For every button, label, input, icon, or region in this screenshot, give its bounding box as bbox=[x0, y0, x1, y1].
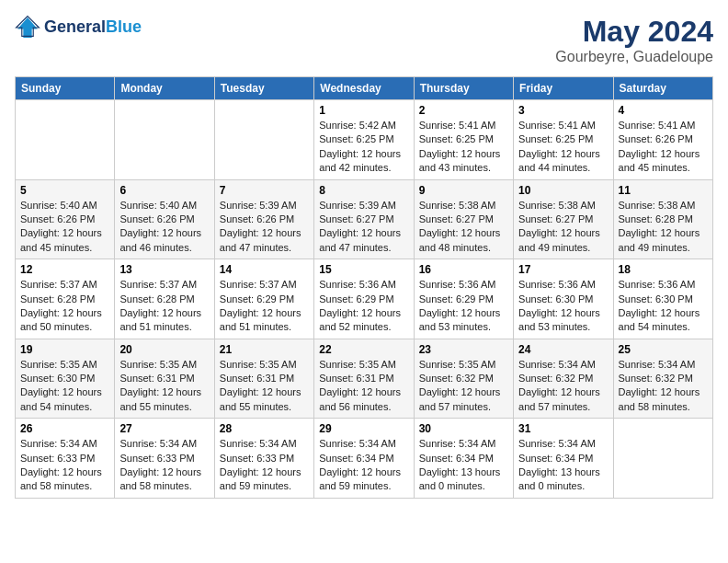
page-header: GeneralBlue May 2024 Gourbeyre, Guadelou… bbox=[15, 15, 713, 65]
day-info: Sunrise: 5:41 AM Sunset: 6:25 PM Dayligh… bbox=[518, 119, 608, 176]
day-number: 2 bbox=[419, 104, 508, 117]
day-info: Sunrise: 5:41 AM Sunset: 6:25 PM Dayligh… bbox=[419, 119, 508, 176]
day-info: Sunrise: 5:37 AM Sunset: 6:28 PM Dayligh… bbox=[20, 278, 109, 335]
day-number: 22 bbox=[319, 343, 408, 356]
calendar-cell: 25Sunrise: 5:34 AM Sunset: 6:32 PM Dayli… bbox=[613, 339, 712, 419]
day-number: 16 bbox=[419, 263, 508, 276]
calendar-cell: 14Sunrise: 5:37 AM Sunset: 6:29 PM Dayli… bbox=[214, 259, 313, 339]
calendar-cell: 3Sunrise: 5:41 AM Sunset: 6:25 PM Daylig… bbox=[514, 100, 613, 180]
calendar-cell: 19Sunrise: 5:35 AM Sunset: 6:30 PM Dayli… bbox=[16, 339, 115, 419]
week-row-4: 19Sunrise: 5:35 AM Sunset: 6:30 PM Dayli… bbox=[16, 339, 713, 419]
day-info: Sunrise: 5:40 AM Sunset: 6:26 PM Dayligh… bbox=[119, 199, 209, 256]
day-info: Sunrise: 5:36 AM Sunset: 6:30 PM Dayligh… bbox=[619, 278, 708, 335]
calendar-cell bbox=[214, 100, 313, 180]
day-info: Sunrise: 5:40 AM Sunset: 6:26 PM Dayligh… bbox=[20, 199, 109, 256]
logo: GeneralBlue bbox=[15, 15, 142, 40]
calendar-cell: 31Sunrise: 5:34 AM Sunset: 6:34 PM Dayli… bbox=[514, 419, 613, 499]
day-info: Sunrise: 5:35 AM Sunset: 6:31 PM Dayligh… bbox=[119, 358, 209, 415]
day-number: 7 bbox=[220, 184, 309, 197]
day-info: Sunrise: 5:37 AM Sunset: 6:28 PM Dayligh… bbox=[119, 278, 209, 335]
day-info: Sunrise: 5:34 AM Sunset: 6:33 PM Dayligh… bbox=[119, 437, 209, 494]
day-number: 31 bbox=[518, 422, 608, 435]
calendar-cell bbox=[115, 100, 214, 180]
calendar-cell: 20Sunrise: 5:35 AM Sunset: 6:31 PM Dayli… bbox=[115, 339, 214, 419]
calendar-cell bbox=[16, 100, 115, 180]
day-number: 12 bbox=[20, 263, 109, 276]
day-number: 29 bbox=[319, 422, 408, 435]
day-number: 13 bbox=[119, 263, 209, 276]
day-info: Sunrise: 5:38 AM Sunset: 6:27 PM Dayligh… bbox=[518, 199, 608, 256]
day-number: 24 bbox=[518, 343, 608, 356]
calendar-cell: 8Sunrise: 5:39 AM Sunset: 6:27 PM Daylig… bbox=[314, 179, 414, 259]
day-info: Sunrise: 5:36 AM Sunset: 6:30 PM Dayligh… bbox=[518, 278, 608, 335]
calendar-cell: 29Sunrise: 5:34 AM Sunset: 6:34 PM Dayli… bbox=[314, 419, 414, 499]
calendar-cell: 21Sunrise: 5:35 AM Sunset: 6:31 PM Dayli… bbox=[214, 339, 313, 419]
day-number: 30 bbox=[419, 422, 508, 435]
calendar-cell: 7Sunrise: 5:39 AM Sunset: 6:26 PM Daylig… bbox=[214, 179, 313, 259]
day-info: Sunrise: 5:34 AM Sunset: 6:34 PM Dayligh… bbox=[419, 437, 508, 494]
calendar-table: SundayMondayTuesdayWednesdayThursdayFrid… bbox=[15, 76, 713, 499]
calendar-cell: 24Sunrise: 5:34 AM Sunset: 6:32 PM Dayli… bbox=[514, 339, 613, 419]
weekday-friday: Friday bbox=[514, 77, 613, 100]
day-info: Sunrise: 5:35 AM Sunset: 6:30 PM Dayligh… bbox=[20, 358, 109, 415]
day-info: Sunrise: 5:36 AM Sunset: 6:29 PM Dayligh… bbox=[419, 278, 508, 335]
day-number: 28 bbox=[220, 422, 309, 435]
calendar-cell bbox=[613, 419, 712, 499]
calendar-cell: 12Sunrise: 5:37 AM Sunset: 6:28 PM Dayli… bbox=[16, 259, 115, 339]
day-info: Sunrise: 5:39 AM Sunset: 6:26 PM Dayligh… bbox=[220, 199, 309, 256]
day-number: 25 bbox=[619, 343, 708, 356]
weekday-sunday: Sunday bbox=[16, 77, 115, 100]
day-number: 11 bbox=[619, 184, 708, 197]
calendar-cell: 22Sunrise: 5:35 AM Sunset: 6:31 PM Dayli… bbox=[314, 339, 414, 419]
day-info: Sunrise: 5:34 AM Sunset: 6:32 PM Dayligh… bbox=[619, 358, 708, 415]
day-number: 26 bbox=[20, 422, 109, 435]
week-row-2: 5Sunrise: 5:40 AM Sunset: 6:26 PM Daylig… bbox=[16, 179, 713, 259]
day-info: Sunrise: 5:34 AM Sunset: 6:34 PM Dayligh… bbox=[518, 437, 608, 494]
weekday-wednesday: Wednesday bbox=[314, 77, 414, 100]
day-info: Sunrise: 5:34 AM Sunset: 6:33 PM Dayligh… bbox=[20, 437, 109, 494]
weekday-monday: Monday bbox=[115, 77, 214, 100]
logo-icon bbox=[15, 15, 40, 40]
calendar-cell: 30Sunrise: 5:34 AM Sunset: 6:34 PM Dayli… bbox=[414, 419, 513, 499]
calendar-cell: 1Sunrise: 5:42 AM Sunset: 6:25 PM Daylig… bbox=[314, 100, 414, 180]
day-number: 27 bbox=[119, 422, 209, 435]
day-number: 3 bbox=[518, 104, 608, 117]
calendar-cell: 11Sunrise: 5:38 AM Sunset: 6:28 PM Dayli… bbox=[613, 179, 712, 259]
calendar-cell: 4Sunrise: 5:41 AM Sunset: 6:26 PM Daylig… bbox=[613, 100, 712, 180]
calendar-cell: 15Sunrise: 5:36 AM Sunset: 6:29 PM Dayli… bbox=[314, 259, 414, 339]
day-number: 23 bbox=[419, 343, 508, 356]
title-block: May 2024 Gourbeyre, Guadeloupe bbox=[555, 15, 713, 65]
calendar-cell: 13Sunrise: 5:37 AM Sunset: 6:28 PM Dayli… bbox=[115, 259, 214, 339]
calendar-cell: 16Sunrise: 5:36 AM Sunset: 6:29 PM Dayli… bbox=[414, 259, 513, 339]
day-info: Sunrise: 5:35 AM Sunset: 6:31 PM Dayligh… bbox=[220, 358, 309, 415]
day-number: 18 bbox=[619, 263, 708, 276]
day-number: 15 bbox=[319, 263, 408, 276]
day-number: 6 bbox=[119, 184, 209, 197]
weekday-header-row: SundayMondayTuesdayWednesdayThursdayFrid… bbox=[16, 77, 713, 100]
day-number: 5 bbox=[20, 184, 109, 197]
day-number: 17 bbox=[518, 263, 608, 276]
day-info: Sunrise: 5:42 AM Sunset: 6:25 PM Dayligh… bbox=[319, 119, 408, 176]
day-number: 19 bbox=[20, 343, 109, 356]
weekday-tuesday: Tuesday bbox=[214, 77, 313, 100]
day-number: 8 bbox=[319, 184, 408, 197]
calendar-cell: 10Sunrise: 5:38 AM Sunset: 6:27 PM Dayli… bbox=[514, 179, 613, 259]
day-number: 20 bbox=[119, 343, 209, 356]
calendar-cell: 28Sunrise: 5:34 AM Sunset: 6:33 PM Dayli… bbox=[214, 419, 313, 499]
calendar-cell: 2Sunrise: 5:41 AM Sunset: 6:25 PM Daylig… bbox=[414, 100, 513, 180]
day-info: Sunrise: 5:38 AM Sunset: 6:27 PM Dayligh… bbox=[419, 199, 508, 256]
calendar-cell: 6Sunrise: 5:40 AM Sunset: 6:26 PM Daylig… bbox=[115, 179, 214, 259]
day-number: 1 bbox=[319, 104, 408, 117]
month-title: May 2024 bbox=[555, 15, 713, 49]
day-number: 4 bbox=[619, 104, 708, 117]
calendar-cell: 23Sunrise: 5:35 AM Sunset: 6:32 PM Dayli… bbox=[414, 339, 513, 419]
day-info: Sunrise: 5:34 AM Sunset: 6:33 PM Dayligh… bbox=[220, 437, 309, 494]
week-row-5: 26Sunrise: 5:34 AM Sunset: 6:33 PM Dayli… bbox=[16, 419, 713, 499]
calendar-cell: 17Sunrise: 5:36 AM Sunset: 6:30 PM Dayli… bbox=[514, 259, 613, 339]
week-row-3: 12Sunrise: 5:37 AM Sunset: 6:28 PM Dayli… bbox=[16, 259, 713, 339]
day-info: Sunrise: 5:38 AM Sunset: 6:28 PM Dayligh… bbox=[619, 199, 708, 256]
day-info: Sunrise: 5:39 AM Sunset: 6:27 PM Dayligh… bbox=[319, 199, 408, 256]
day-info: Sunrise: 5:34 AM Sunset: 6:32 PM Dayligh… bbox=[518, 358, 608, 415]
day-info: Sunrise: 5:41 AM Sunset: 6:26 PM Dayligh… bbox=[619, 119, 708, 176]
calendar-cell: 9Sunrise: 5:38 AM Sunset: 6:27 PM Daylig… bbox=[414, 179, 513, 259]
